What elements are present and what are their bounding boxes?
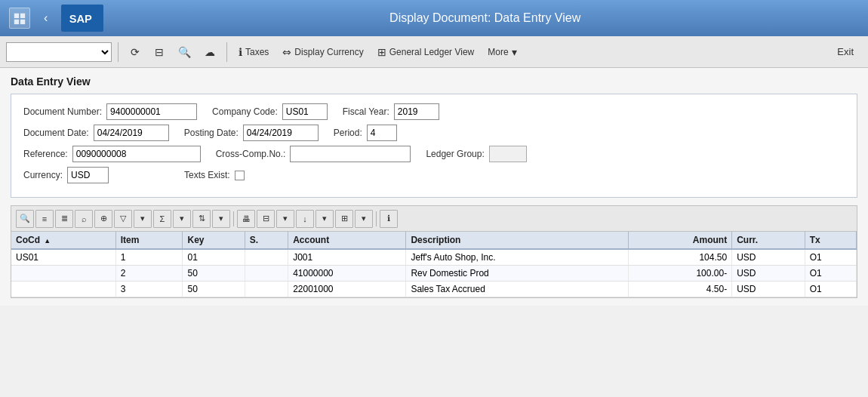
display-currency-label: Display Currency — [294, 47, 363, 57]
exit-button[interactable]: Exit — [829, 42, 862, 63]
period-field: Period: — [334, 125, 397, 141]
cell-sk — [245, 249, 288, 266]
table-row: 35022001000Sales Tax Accrued4.50-USDO1 — [11, 282, 857, 297]
page-title: Display Document: Data Entry View — [111, 11, 859, 25]
grid-sort-btn[interactable]: ⇅ — [192, 210, 211, 228]
texts-exist-label: Texts Exist: — [184, 170, 230, 180]
sap-logo: SAP — [61, 5, 103, 32]
display-currency-button[interactable]: ⇔ Display Currency — [277, 42, 368, 63]
cell-key: 50 — [183, 282, 245, 297]
company-code-input[interactable] — [282, 103, 328, 120]
reference-field: Reference: — [23, 146, 201, 162]
col-header-key[interactable]: Key — [183, 232, 245, 249]
posting-date-label: Posting Date: — [184, 128, 239, 138]
document-date-label: Document Date: — [23, 128, 89, 138]
cell-amount: 100.00- — [628, 266, 731, 282]
cell-item: 1 — [115, 249, 183, 266]
cloud-icon-btn[interactable]: ☁ — [199, 42, 220, 63]
save-icon-btn[interactable]: ⊟ — [149, 42, 170, 63]
grid-export-btn[interactable]: ↓ — [296, 210, 314, 228]
grid-sort-dropdown-btn[interactable]: ▾ — [212, 210, 230, 228]
grid-align-right-btn[interactable]: ≣ — [55, 210, 73, 228]
ledger-group-field: Ledger Group: — [426, 146, 526, 162]
grid-search-btn[interactable]: 🔍 — [16, 210, 34, 228]
ledger-icon: ⊞ — [377, 46, 386, 58]
col-header-curr[interactable]: Curr. — [732, 232, 805, 249]
grid-add-btn[interactable]: ⊕ — [94, 210, 112, 228]
texts-exist-checkbox[interactable] — [235, 171, 245, 180]
grid-print-btn[interactable]: 🖶 — [237, 210, 255, 228]
col-header-sk[interactable]: S. — [245, 232, 288, 249]
document-number-input[interactable] — [106, 103, 197, 120]
grid-filter-btn[interactable]: ▽ — [114, 210, 132, 228]
grid-sum-dropdown-btn[interactable]: ▾ — [173, 210, 191, 228]
period-input[interactable] — [367, 125, 397, 141]
general-ledger-label: General Ledger View — [389, 47, 475, 57]
col-header-account[interactable]: Account — [288, 232, 406, 249]
grid-columns-dropdown-btn[interactable]: ▾ — [355, 210, 373, 228]
fiscal-year-label: Fiscal Year: — [343, 106, 389, 117]
form-row-4: Currency: Texts Exist: — [23, 167, 845, 183]
document-date-input[interactable] — [94, 125, 169, 141]
more-button[interactable]: More ▾ — [482, 42, 522, 63]
svg-rect-2 — [14, 20, 19, 24]
grid-sum-btn[interactable]: Σ — [153, 210, 171, 228]
col-header-amount[interactable]: Amount — [628, 232, 731, 249]
cell-tx: O1 — [805, 266, 856, 282]
fiscal-year-input[interactable] — [394, 103, 439, 120]
form-row-2: Document Date: Posting Date: Period: — [23, 125, 845, 141]
grid-columns-btn[interactable]: ⊞ — [335, 210, 353, 228]
cell-curr: USD — [732, 266, 805, 282]
texts-exist-field: Texts Exist: — [184, 170, 245, 180]
grid-info-btn[interactable]: ℹ — [380, 210, 398, 228]
grid-find-btn[interactable]: ⌕ — [75, 210, 93, 228]
grid-layout-btn[interactable]: ⊟ — [257, 210, 275, 228]
svg-rect-0 — [14, 14, 19, 18]
app-menu-icon[interactable] — [9, 8, 30, 29]
cell-curr: USD — [732, 249, 805, 266]
grid-layout-dropdown-btn[interactable]: ▾ — [276, 210, 294, 228]
document-date-field: Document Date: — [23, 125, 169, 141]
col-header-tx[interactable]: Tx — [805, 232, 856, 249]
table-row: 25041000000Rev Domestic Prod100.00-USDO1 — [11, 266, 857, 282]
back-button[interactable]: ‹ — [38, 8, 54, 28]
col-header-description[interactable]: Description — [406, 232, 629, 249]
grid-export-dropdown-btn[interactable]: ▾ — [315, 210, 334, 228]
form-row-1: Document Number: Company Code: Fiscal Ye… — [23, 103, 845, 120]
currency-icon: ⇔ — [282, 46, 291, 58]
company-code-field: Company Code: — [212, 103, 328, 120]
ledger-group-input[interactable] — [489, 146, 527, 162]
taxes-button[interactable]: ℹ Taxes — [233, 42, 274, 63]
more-label: More — [488, 47, 508, 57]
save-icon: ⊟ — [155, 46, 164, 58]
table-row: US01101J001Jeff's Auto Shop, Inc.104.50U… — [11, 249, 857, 266]
search-icon-btn[interactable]: 🔍 — [173, 42, 196, 63]
toolbar-sep-2 — [226, 42, 227, 62]
toolbar-sep-1 — [118, 42, 119, 62]
general-ledger-button[interactable]: ⊞ General Ledger View — [372, 42, 480, 63]
ledger-group-label: Ledger Group: — [426, 149, 484, 159]
section-title: Data Entry View — [11, 75, 857, 88]
currency-label: Currency: — [23, 170, 63, 180]
grid-filter-dropdown-btn[interactable]: ▾ — [134, 210, 152, 228]
cell-key: 50 — [183, 266, 245, 282]
grid-toolbar: 🔍 ≡ ≣ ⌕ ⊕ ▽ ▾ Σ ▾ ⇅ ▾ 🖶 ⊟ ▾ ↓ ▾ ⊞ ▾ ℹ — [11, 205, 857, 231]
company-code-label: Company Code: — [212, 106, 278, 117]
grid-sep-1 — [233, 211, 234, 226]
data-table: CoCd ▲ Item Key S. Account Description A… — [11, 232, 857, 297]
form-row-3: Reference: Cross-Comp.No.: Ledger Group: — [23, 146, 845, 162]
refresh-icon-btn[interactable]: ⟳ — [125, 42, 146, 63]
currency-input[interactable] — [67, 167, 109, 183]
cross-comp-label: Cross-Comp.No.: — [216, 149, 286, 159]
col-header-item[interactable]: Item — [115, 232, 183, 249]
col-header-cocd[interactable]: CoCd ▲ — [11, 232, 115, 249]
svg-text:SAP: SAP — [69, 13, 92, 25]
view-selector[interactable] — [6, 42, 112, 62]
reference-input[interactable] — [72, 146, 201, 162]
cell-item: 3 — [115, 282, 183, 297]
table-header-row: CoCd ▲ Item Key S. Account Description A… — [11, 232, 857, 249]
posting-date-input[interactable] — [243, 125, 319, 141]
cell-sk — [245, 266, 288, 282]
grid-align-left-btn[interactable]: ≡ — [35, 210, 54, 228]
cross-comp-input[interactable] — [290, 146, 411, 162]
